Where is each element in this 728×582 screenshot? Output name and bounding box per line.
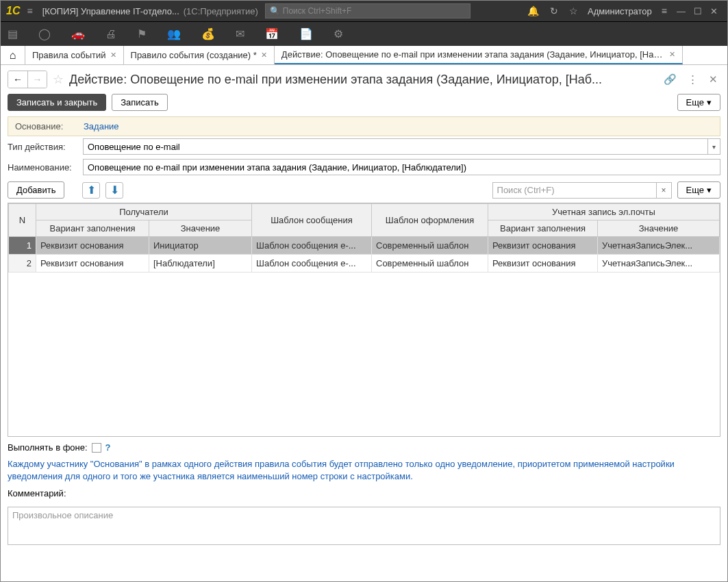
tab-home[interactable]: ⌂ bbox=[1, 46, 25, 64]
comment-box bbox=[8, 507, 720, 548]
toolbar-car-icon[interactable]: 🚗 bbox=[71, 27, 85, 40]
name-field[interactable] bbox=[83, 159, 720, 175]
kebab-icon[interactable]: ⋮ bbox=[688, 73, 698, 86]
cell-acct-variant: Реквизит основания bbox=[488, 237, 598, 255]
global-search-placeholder: Поиск Ctrl+Shift+F bbox=[283, 6, 352, 16]
background-label: Выполнять в фоне: bbox=[8, 442, 88, 453]
close-icon[interactable]: ✕ bbox=[261, 51, 267, 60]
window-minimize-icon[interactable]: — bbox=[677, 6, 686, 16]
toolbar-menu-icon[interactable]: ▤ bbox=[8, 27, 18, 40]
nav-back-button[interactable]: ← bbox=[8, 71, 27, 88]
toolbar-calendar-icon[interactable]: 📅 bbox=[265, 27, 279, 40]
name-label: Наименование: bbox=[8, 162, 83, 173]
col-acct-variant[interactable]: Вариант заполнения bbox=[488, 220, 598, 237]
toolbar-flag-icon[interactable]: ⚑ bbox=[137, 27, 147, 40]
more-button[interactable]: Еще ▾ bbox=[677, 94, 720, 111]
close-icon[interactable]: ✕ bbox=[669, 50, 675, 59]
save-close-button[interactable]: Записать и закрыть bbox=[8, 94, 106, 111]
toolbar-mail-icon[interactable]: ✉ bbox=[236, 27, 244, 40]
table-row[interactable]: 1 Реквизит основания Инициатор Шаблон со… bbox=[9, 237, 720, 255]
action-type-row: Тип действия: ▾ bbox=[1, 136, 727, 157]
app-logo: 1C bbox=[6, 5, 20, 17]
list-search-input[interactable] bbox=[493, 185, 656, 195]
tab-label: Действие: Оповещение по e-mail при измен… bbox=[281, 49, 665, 60]
tab-action[interactable]: Действие: Оповещение по e-mail при измен… bbox=[275, 46, 683, 64]
link-icon[interactable]: 🔗 bbox=[664, 73, 677, 86]
background-checkbox[interactable] bbox=[92, 443, 101, 453]
arrow-down-icon: ⬇ bbox=[110, 184, 119, 197]
global-search-input[interactable]: 🔍 Поиск Ctrl+Shift+F bbox=[265, 3, 470, 18]
cell-n: 1 bbox=[9, 237, 36, 255]
app-title: [КОПИЯ] Управление IT-отдело... bbox=[42, 6, 179, 16]
settings-icon[interactable]: ≡ bbox=[662, 5, 667, 16]
titlebar: 1C ≡ [КОПИЯ] Управление IT-отдело... (1С… bbox=[1, 1, 727, 21]
toolbar-bag-icon[interactable]: 💰 bbox=[201, 27, 215, 40]
col-n[interactable]: N bbox=[9, 204, 36, 237]
toolbar-lifebuoy-icon[interactable]: ◯ bbox=[38, 27, 51, 40]
section-toolbar: ▤ ◯ 🚗 🖨 ⚑ 👥 💰 ✉ 📅 📄 ⚙ bbox=[1, 21, 727, 46]
table-row[interactable]: 2 Реквизит основания [Наблюдатели] Шабло… bbox=[9, 255, 720, 273]
tab-label: Правила событий bbox=[32, 50, 106, 60]
favorite-icon[interactable]: ☆ bbox=[53, 72, 64, 87]
tab-label: Правило события (создание) * bbox=[131, 50, 257, 60]
background-row: Выполнять в фоне: ? bbox=[1, 437, 727, 458]
add-button[interactable]: Добавить bbox=[8, 181, 64, 199]
arrow-up-icon: ⬆ bbox=[87, 184, 96, 197]
user-label[interactable]: Администратор bbox=[588, 6, 652, 16]
chevron-down-icon: ▾ bbox=[707, 97, 712, 107]
tab-rule-create[interactable]: Правило события (создание) * ✕ bbox=[124, 46, 275, 64]
col-variant[interactable]: Вариант заполнения bbox=[36, 220, 149, 237]
menu-icon[interactable]: ≡ bbox=[27, 5, 32, 16]
action-type-input[interactable] bbox=[84, 142, 707, 152]
cell-acct-value: УчетнаяЗаписьЭлек... bbox=[598, 255, 720, 273]
col-recipients[interactable]: Получатели bbox=[36, 204, 252, 220]
action-type-field[interactable]: ▾ bbox=[83, 138, 720, 155]
cell-acct-value: УчетнаяЗаписьЭлек... bbox=[598, 237, 720, 255]
basis-panel: Основание: Задание bbox=[8, 116, 720, 136]
comment-textarea[interactable] bbox=[8, 507, 720, 545]
page-title: Действие: Оповещение по e-mail при измен… bbox=[69, 73, 655, 87]
search-icon: 🔍 bbox=[270, 6, 280, 16]
cell-variant: Реквизит основания bbox=[36, 237, 149, 255]
home-icon: ⌂ bbox=[10, 49, 16, 62]
move-up-button[interactable]: ⬆ bbox=[82, 182, 100, 199]
col-tmpl-msg[interactable]: Шаблон сообщения bbox=[252, 204, 372, 237]
history-icon[interactable]: ↻ bbox=[550, 5, 558, 16]
basis-link[interactable]: Задание bbox=[84, 121, 119, 131]
star-icon[interactable]: ☆ bbox=[569, 5, 578, 16]
name-input[interactable] bbox=[84, 162, 720, 173]
move-down-button[interactable]: ⬇ bbox=[105, 182, 123, 199]
bell-icon[interactable]: 🔔 bbox=[527, 5, 539, 16]
cell-value: Инициатор bbox=[149, 237, 252, 255]
cell-value: [Наблюдатели] bbox=[149, 255, 252, 273]
help-icon[interactable]: ? bbox=[105, 442, 111, 453]
toolbar-gear-icon[interactable]: ⚙ bbox=[334, 27, 343, 40]
col-acct-value[interactable]: Значение bbox=[598, 220, 720, 237]
list-more-button[interactable]: Еще ▾ bbox=[677, 181, 720, 199]
toolbar-print-icon[interactable]: 🖨 bbox=[105, 28, 116, 40]
col-tmpl-design[interactable]: Шаблон оформления bbox=[372, 204, 488, 237]
window-maximize-icon[interactable]: ☐ bbox=[694, 6, 702, 16]
col-account[interactable]: Учетная запись эл.почты bbox=[488, 204, 720, 220]
recipients-table: N Получатели Шаблон сообщения Шаблон офо… bbox=[8, 203, 720, 437]
dropdown-icon[interactable]: ▾ bbox=[707, 139, 720, 154]
window-close-icon[interactable]: ✕ bbox=[710, 6, 718, 16]
comment-label: Комментарий: bbox=[8, 488, 66, 498]
col-value[interactable]: Значение bbox=[149, 220, 252, 237]
comment-label-row: Комментарий: bbox=[1, 483, 727, 504]
close-icon[interactable]: ✕ bbox=[110, 51, 116, 60]
list-search[interactable] bbox=[492, 182, 657, 199]
toolbar-users-icon[interactable]: 👥 bbox=[167, 27, 181, 40]
cell-n: 2 bbox=[9, 255, 36, 273]
name-row: Наименование: bbox=[1, 157, 727, 177]
cell-tmpl-design: Современный шаблон bbox=[372, 237, 488, 255]
nav-buttons: ← → bbox=[8, 71, 47, 88]
tab-rules[interactable]: Правила событий ✕ bbox=[25, 46, 124, 64]
page-header: ← → ☆ Действие: Оповещение по e-mail при… bbox=[1, 65, 727, 94]
clear-search-button[interactable]: × bbox=[657, 182, 672, 199]
close-icon[interactable]: ✕ bbox=[709, 73, 718, 86]
platform-label: (1С:Предприятие) bbox=[184, 6, 258, 16]
save-button[interactable]: Записать bbox=[112, 94, 168, 111]
nav-forward-button[interactable]: → bbox=[27, 71, 47, 88]
toolbar-docs-icon[interactable]: 📄 bbox=[299, 27, 313, 40]
